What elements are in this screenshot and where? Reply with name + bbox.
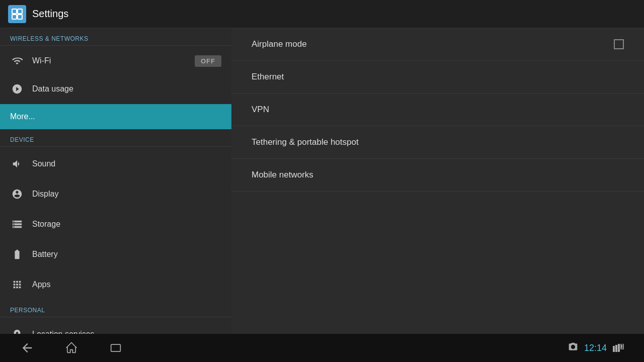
section-header-device: DEVICE — [0, 129, 231, 146]
tethering-label: Tethering & portable hotspot — [252, 137, 359, 147]
storage-icon — [10, 217, 24, 231]
content-item-ethernet[interactable]: Ethernet — [231, 61, 644, 94]
svg-rect-3 — [18, 15, 22, 19]
sidebar-item-sound[interactable]: Sound — [0, 149, 231, 179]
sidebar-item-storage[interactable]: Storage — [0, 209, 231, 239]
sound-icon — [10, 157, 24, 171]
status-icons — [613, 344, 624, 352]
ethernet-label: Ethernet — [252, 72, 284, 82]
sidebar-item-display[interactable]: Display — [0, 179, 231, 209]
content-item-airplane[interactable]: Airplane mode — [231, 28, 644, 61]
svg-rect-6 — [615, 345, 617, 352]
screenshot-icon — [568, 342, 578, 354]
sidebar-item-wifi[interactable]: Wi-Fi OFF — [0, 48, 231, 74]
divider — [0, 45, 231, 46]
content-item-mobile[interactable]: Mobile networks — [231, 159, 644, 192]
data-usage-icon — [10, 82, 24, 96]
location-icon — [10, 327, 24, 334]
content-item-vpn[interactable]: VPN — [231, 94, 644, 126]
divider-device — [0, 146, 231, 147]
battery-icon — [10, 247, 24, 261]
svg-rect-0 — [12, 9, 17, 14]
svg-rect-1 — [18, 9, 22, 14]
svg-rect-4 — [111, 344, 121, 351]
sidebar-item-apps[interactable]: Apps — [0, 269, 231, 300]
sidebar-item-data-usage[interactable]: Data usage — [0, 74, 231, 104]
nav-buttons — [20, 341, 123, 355]
svg-rect-7 — [618, 344, 620, 352]
page-title: Settings — [32, 8, 68, 20]
battery-label: Battery — [32, 250, 58, 259]
svg-rect-5 — [613, 346, 615, 352]
airplane-label: Airplane mode — [252, 39, 307, 49]
data-usage-label: Data usage — [32, 84, 73, 94]
back-button[interactable] — [20, 341, 34, 355]
svg-rect-10 — [623, 345, 624, 347]
storage-label: Storage — [32, 220, 60, 229]
content-panel: Airplane mode Ethernet VPN Tethering & p… — [231, 28, 644, 334]
airplane-checkbox[interactable] — [614, 39, 624, 49]
location-label: Location services — [32, 330, 95, 334]
wifi-icon — [10, 54, 24, 68]
home-button[interactable] — [64, 341, 78, 355]
svg-rect-9 — [621, 345, 622, 348]
apps-label: Apps — [32, 280, 50, 289]
sidebar-item-more[interactable]: More... — [0, 104, 231, 129]
titlebar: Settings — [0, 0, 644, 28]
main-layout: WIRELESS & NETWORKS Wi-Fi OFF Data usage… — [0, 28, 644, 334]
app-icon — [8, 5, 26, 23]
status-area: 12:14 — [568, 342, 624, 354]
section-header-wireless: WIRELESS & NETWORKS — [0, 28, 231, 45]
divider-personal — [0, 317, 231, 317]
status-time: 12:14 — [584, 343, 607, 353]
navbar: 12:14 — [0, 334, 644, 362]
sidebar-item-location[interactable]: Location services — [0, 319, 231, 334]
wifi-toggle[interactable]: OFF — [195, 55, 221, 67]
content-item-tethering[interactable]: Tethering & portable hotspot — [231, 126, 644, 159]
sound-label: Sound — [32, 159, 55, 168]
recents-button[interactable] — [109, 341, 123, 355]
svg-rect-2 — [12, 15, 17, 19]
wifi-label: Wi-Fi — [32, 56, 187, 65]
display-icon — [10, 187, 24, 201]
sidebar-item-battery[interactable]: Battery — [0, 239, 231, 269]
display-label: Display — [32, 190, 58, 199]
vpn-label: VPN — [252, 105, 269, 115]
apps-icon — [10, 278, 24, 292]
more-label: More... — [10, 112, 35, 121]
sidebar: WIRELESS & NETWORKS Wi-Fi OFF Data usage… — [0, 28, 231, 334]
section-header-personal: PERSONAL — [0, 300, 231, 317]
mobile-label: Mobile networks — [252, 170, 313, 180]
